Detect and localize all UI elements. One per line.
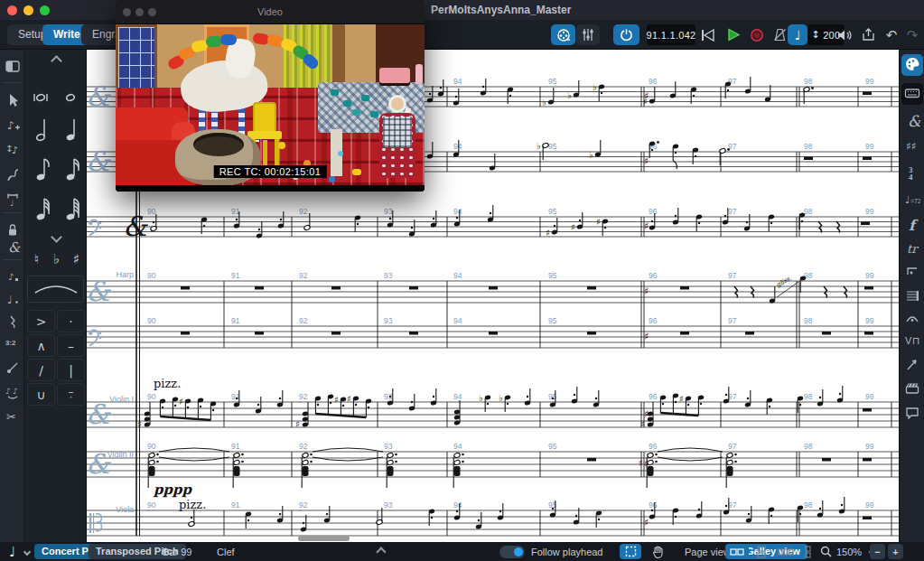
svg-text:♪: ♪ xyxy=(12,145,18,156)
sharp-icon: ♯ xyxy=(73,251,79,267)
mixer-button[interactable] xyxy=(576,24,600,45)
fixed-tempo-button[interactable]: ♩ xyxy=(788,24,807,45)
view-spreads-h-button[interactable] xyxy=(725,544,749,559)
panel-key-signatures-button[interactable]: ♯♯ xyxy=(901,136,923,157)
svg-text:♯: ♯ xyxy=(644,331,649,342)
zoom-window-icon[interactable] xyxy=(40,5,50,15)
panel-reveal-caret[interactable] xyxy=(378,544,385,559)
svg-text:♭: ♭ xyxy=(593,82,597,92)
accidental-sharp-button[interactable]: ♯ xyxy=(67,248,86,270)
rest-button[interactable] xyxy=(1,312,23,333)
articulation-unstress-button[interactable]: ∪ xyxy=(27,383,55,406)
svg-text:90: 90 xyxy=(147,207,156,216)
grace-slash-button[interactable] xyxy=(1,358,23,379)
durations-scroll-down-button[interactable] xyxy=(48,230,64,243)
note-input-button[interactable]: ♪ xyxy=(1,115,23,136)
view-spreads-v-button[interactable] xyxy=(751,544,771,559)
svg-text:92: 92 xyxy=(299,500,308,510)
articulation-accent-button[interactable]: > xyxy=(27,310,55,332)
close-window-icon[interactable] xyxy=(7,5,17,15)
zoom-in-button[interactable]: + xyxy=(888,544,903,559)
clef-tool-button[interactable]: & xyxy=(1,237,23,258)
articulation-staccato-tenuto-button[interactable]: –· xyxy=(57,383,85,406)
svg-text:♯: ♯ xyxy=(679,394,684,404)
record-button[interactable] xyxy=(748,24,766,45)
articulation-stress-button[interactable]: | xyxy=(57,359,85,381)
video-window[interactable]: Video xyxy=(116,0,425,192)
panel-ornaments-button[interactable]: tr xyxy=(901,238,923,260)
accidental-flat-button[interactable]: ♭ xyxy=(47,248,66,270)
select-arrow-button[interactable] xyxy=(1,90,23,112)
zoom-tool-button[interactable] xyxy=(820,544,832,559)
articulation-tenuto-button[interactable]: – xyxy=(57,334,85,357)
duration-thirtysecond-button[interactable] xyxy=(28,191,56,229)
export-button[interactable] xyxy=(859,24,877,45)
dotted-note-button[interactable]: ♩ xyxy=(1,289,23,311)
panel-dynamics-button[interactable]: f xyxy=(901,215,923,237)
view-pages-column-button[interactable] xyxy=(798,544,817,559)
time-display[interactable]: 91.1.1.042 xyxy=(647,24,695,45)
articulation-marcato-button[interactable]: ∧ xyxy=(27,334,55,357)
duration-half-button[interactable] xyxy=(28,111,56,149)
panel-playing-techniques-button[interactable] xyxy=(901,262,923,284)
svg-text:99: 99 xyxy=(865,271,874,280)
rewind-button[interactable] xyxy=(699,24,717,45)
panel-comments-button[interactable] xyxy=(901,403,923,425)
duration-sixteenth-button[interactable] xyxy=(58,151,86,189)
svg-text:♯: ♯ xyxy=(644,285,649,297)
duration-sixtyfourth-button[interactable] xyxy=(58,191,86,229)
zoom-out-button[interactable]: − xyxy=(870,544,885,559)
barlines-repeats-icon xyxy=(904,287,920,306)
panel-barlines-repeats-button[interactable] xyxy=(901,285,923,307)
breve-note-icon xyxy=(31,74,54,108)
panel-toggle-button[interactable] xyxy=(1,56,23,78)
activate-project-button[interactable] xyxy=(613,24,639,45)
playing-techniques-icon xyxy=(904,264,920,283)
caliper-button[interactable]: ♩ xyxy=(1,190,23,211)
page-view-button[interactable]: Page view xyxy=(685,544,731,559)
soft-accent-icon: / xyxy=(39,363,43,378)
articulation-soft-accent-button[interactable]: / xyxy=(27,359,55,381)
redo-button[interactable]: ↷ xyxy=(903,24,921,45)
metronome-click-button[interactable] xyxy=(770,24,789,45)
panel-clefs-button[interactable]: & xyxy=(901,110,923,132)
video-titlebar[interactable]: Video xyxy=(116,0,425,24)
duration-quarter-button[interactable] xyxy=(58,111,86,149)
panel-cues-video-button[interactable] xyxy=(901,378,923,399)
hand-tool-button[interactable] xyxy=(647,544,668,559)
video-window-button[interactable] xyxy=(551,24,575,45)
view-pages-row-button[interactable] xyxy=(774,544,798,559)
follow-playhead-toggle[interactable]: Follow playhead xyxy=(499,544,603,559)
panel-bowing-button[interactable]: V⊓ xyxy=(901,331,923,352)
play-button[interactable] xyxy=(724,24,742,45)
tuplet-button[interactable]: 3:2 xyxy=(1,332,23,354)
duration-whole-button[interactable] xyxy=(58,71,86,109)
pitch-extend-button[interactable]: ↕♪ xyxy=(1,138,23,160)
minimize-window-icon[interactable] xyxy=(23,5,33,15)
durations-scroll-up-button[interactable] xyxy=(48,54,64,67)
slur-button[interactable] xyxy=(27,276,84,303)
undo-button[interactable]: ↶ xyxy=(882,24,901,45)
horizontal-scrollbar[interactable] xyxy=(298,536,350,541)
grace-note-button[interactable]: ♪ xyxy=(1,266,23,288)
insert-coil-button[interactable] xyxy=(1,164,23,186)
cues-video-icon xyxy=(904,379,920,398)
panel-time-signatures-button[interactable]: 34 xyxy=(901,163,923,184)
scissors-button[interactable]: ✂ xyxy=(1,407,23,428)
panel-palette-button[interactable] xyxy=(901,54,923,76)
volume-button[interactable] xyxy=(835,24,854,45)
marquee-tool-button[interactable] xyxy=(620,544,641,559)
svg-text:4: 4 xyxy=(909,173,913,181)
panel-lines-button[interactable] xyxy=(901,354,923,376)
panel-keyboard-button[interactable] xyxy=(901,83,923,105)
accidental-natural-button[interactable]: ♮ xyxy=(27,248,46,270)
spreads-horizontal-icon xyxy=(730,547,744,556)
tie-button[interactable]: ♪♪ xyxy=(1,383,23,405)
articulation-staccato-button[interactable]: · xyxy=(57,310,85,332)
panel-holds-pauses-button[interactable] xyxy=(901,308,923,330)
svg-text:95: 95 xyxy=(548,442,557,451)
duration-breve-button[interactable] xyxy=(28,71,56,109)
duration-eighth-button[interactable] xyxy=(28,151,56,189)
rhythmic-grid-selector[interactable]: ♩ xyxy=(9,544,30,559)
panel-tempo-marks-button[interactable]: ♩=72 xyxy=(901,190,923,211)
